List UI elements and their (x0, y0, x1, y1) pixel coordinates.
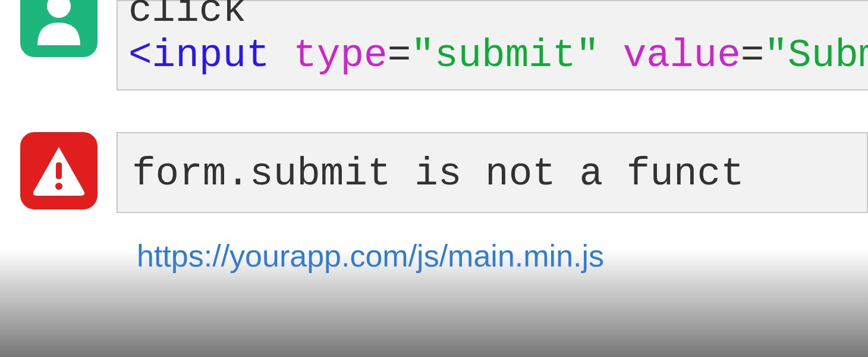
attr-value-value: Subm (788, 33, 868, 78)
svg-point-2 (55, 183, 62, 190)
source-url-link[interactable]: https://yourapp.com/js/main.min.js (137, 239, 604, 273)
attr-type-name: type (293, 33, 387, 78)
html-tag: <input (128, 33, 270, 78)
action-row: click <input type="submit" value="Subm (0, 0, 868, 90)
attr-type-value: submit (435, 33, 576, 78)
svg-rect-1 (56, 162, 62, 179)
error-block: form.submit is not a funct (117, 132, 868, 213)
attr-quote: " (576, 33, 600, 78)
attr-quote: " (411, 33, 435, 78)
error-message: form.submit is not a funct (132, 152, 744, 196)
error-row: form.submit is not a funct (0, 132, 868, 213)
attr-value-name: value (623, 33, 741, 78)
source-row: https://yourapp.com/js/main.min.js (137, 238, 868, 274)
attr-quote: " (764, 33, 788, 78)
equals-sign: = (388, 33, 411, 78)
warning-icon (20, 132, 98, 209)
svg-point-0 (47, 0, 71, 18)
user-icon (20, 0, 98, 57)
code-block: click <input type="submit" value="Subm (117, 0, 868, 90)
event-label: click (128, 0, 246, 33)
equals-sign: = (741, 33, 765, 78)
